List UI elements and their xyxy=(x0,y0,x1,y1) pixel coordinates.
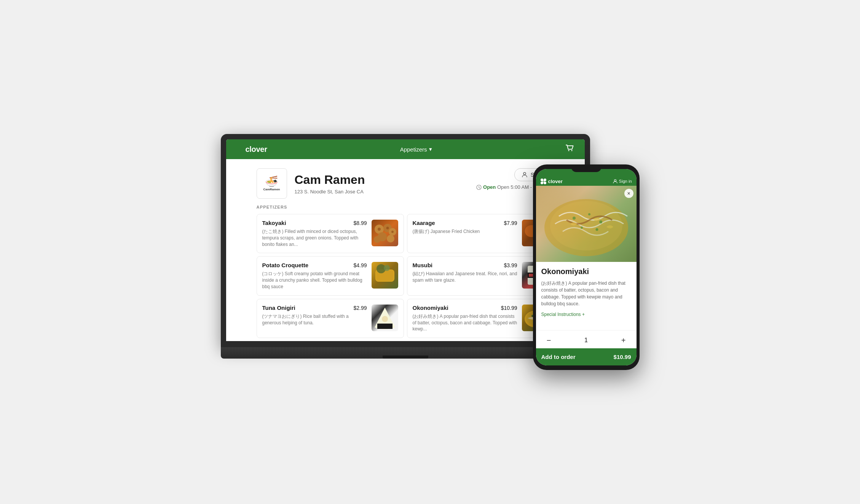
logo-text: clover xyxy=(246,145,267,154)
menu-item-okonomiyaki[interactable]: Okonomiyaki $10.99 (お好み焼き) A popular pan… xyxy=(407,299,554,338)
phone-qty-plus-btn[interactable]: + xyxy=(618,335,629,346)
leaf-3 xyxy=(235,150,239,153)
cart-icon[interactable] xyxy=(565,143,575,156)
menu-item-price: $7.99 xyxy=(504,220,517,226)
phone-special-instructions-link[interactable]: Special Instructions + xyxy=(541,312,631,317)
phone-clover-icon xyxy=(541,179,546,184)
menu-section-title: APPETIZERS xyxy=(257,205,554,209)
phone-add-label: Add to order xyxy=(541,354,576,360)
phone: clover Sign in xyxy=(533,164,640,370)
menu-item-desc: (ツナマヨおにぎり) Rice ball stuffed with a gene… xyxy=(262,313,367,326)
svg-rect-23 xyxy=(377,324,393,329)
menu-item-content: Okonomiyaki $10.99 (お好み焼き) A popular pan… xyxy=(413,305,517,332)
logo-area: clover xyxy=(235,145,267,154)
menu-item-takoyaki[interactable]: Takoyaki $8.99 (たこ焼き) Filled with minced… xyxy=(257,214,404,253)
app-header: clover Appetizers ▾ xyxy=(226,139,585,159)
svg-point-30 xyxy=(614,180,616,182)
phone-leaf-3 xyxy=(541,182,543,184)
phone-close-button[interactable]: × xyxy=(624,189,633,198)
svg-point-19 xyxy=(384,265,390,271)
phone-dish-name: Okonomiyaki xyxy=(541,267,631,276)
restaurant-logo: 🍜 CamRamen xyxy=(257,168,287,199)
phone-add-price: $10.99 xyxy=(614,354,631,360)
menu-item-content: Kaarage $7.99 (唐揚げ) Japanese Fried Chick… xyxy=(413,220,517,235)
phone-dish-detail: Okonomiyaki (お好み焼き) A popular pan-fried … xyxy=(536,262,637,327)
phone-leaf-1 xyxy=(541,179,543,181)
svg-point-12 xyxy=(391,231,394,233)
phone-qty-minus-btn[interactable]: − xyxy=(544,335,554,346)
menu-item-header: Okonomiyaki $10.99 xyxy=(413,305,517,311)
menu-item-name: Tuna Onigiri xyxy=(262,305,295,311)
menu-item-croquette[interactable]: Potato Croquette $4.99 (コロッケ) Soft cream… xyxy=(257,256,404,295)
phone-leaf-2 xyxy=(544,179,546,181)
phone-sign-in-btn[interactable]: Sign in xyxy=(613,179,632,183)
menu-item-desc: (結び) Hawaiian and Japanese treat. Rice, … xyxy=(413,271,517,284)
restaurant-bowl-icon: 🍜 xyxy=(265,176,278,187)
phone-add-to-order-button[interactable]: Add to order $10.99 xyxy=(536,348,637,365)
menu-item-desc: (コロッケ) Soft creamy potato with ground me… xyxy=(262,271,367,290)
plus-icon: + xyxy=(621,336,626,345)
menu-item-content: Musubi $3.99 (結び) Hawaiian and Japanese … xyxy=(413,262,517,284)
svg-point-1 xyxy=(571,150,573,151)
svg-point-33 xyxy=(573,217,576,220)
menu-item-musubi[interactable]: Musubi $3.99 (結び) Hawaiian and Japanese … xyxy=(407,256,554,295)
menu-item-kaarage[interactable]: Kaarage $7.99 (唐揚げ) Japanese Fried Chick… xyxy=(407,214,554,253)
svg-point-9 xyxy=(374,236,381,243)
phone-quantity-display: 1 xyxy=(584,337,588,344)
phone-screen: clover Sign in xyxy=(536,169,637,365)
menu-item-desc: (お好み焼き) A popular pan-fried dish that co… xyxy=(413,313,517,332)
menu-item-name: Kaarage xyxy=(413,220,435,226)
svg-point-34 xyxy=(588,213,590,215)
nav-appetizers[interactable]: Appetizers ▾ xyxy=(400,146,432,153)
svg-point-0 xyxy=(568,150,570,151)
leaf-1 xyxy=(235,146,239,149)
leaf-4 xyxy=(239,150,243,153)
menu-item-onigiri[interactable]: Tuna Onigiri $2.99 (ツナマヨおにぎり) Rice ball … xyxy=(257,299,404,338)
menu-item-price: $10.99 xyxy=(501,305,517,311)
menu-item-content: Tuna Onigiri $2.99 (ツナマヨおにぎり) Rice ball … xyxy=(262,305,367,326)
restaurant-header: 🍜 CamRamen Cam Ramen 123 S. Noodle St, S… xyxy=(226,159,585,199)
phone-food-image: × xyxy=(536,186,637,262)
menu-item-name: Potato Croquette xyxy=(262,262,309,268)
phone-dish-desc: (お好み焼き) A popular pan-fried dish that co… xyxy=(541,280,631,307)
menu-item-desc: (唐揚げ) Japanese Fried Chicken xyxy=(413,228,517,235)
menu-item-header: Musubi $3.99 xyxy=(413,262,517,268)
minus-icon: − xyxy=(547,336,551,345)
svg-point-11 xyxy=(386,227,389,230)
menu-item-name: Musubi xyxy=(413,262,433,268)
menu-item-header: Kaarage $7.99 xyxy=(413,220,517,226)
svg-point-37 xyxy=(595,228,598,231)
menu-item-header: Tuna Onigiri $2.99 xyxy=(262,305,367,311)
menu-section: APPETIZERS Takoyaki $8.99 (たこ焼き) Filled … xyxy=(226,199,585,338)
user-icon xyxy=(522,172,528,178)
phone-quantity-bar: − 1 + xyxy=(536,330,637,350)
phone-user-icon xyxy=(613,179,617,183)
noodle-decor xyxy=(536,186,637,262)
menu-item-price: $8.99 xyxy=(353,220,367,226)
leaf-2 xyxy=(239,146,243,149)
phone-leaf-4 xyxy=(544,182,546,184)
svg-point-24 xyxy=(382,316,388,322)
restaurant-left: 🍜 CamRamen Cam Ramen 123 S. Noodle St, S… xyxy=(257,168,365,199)
menu-grid: Takoyaki $8.99 (たこ焼き) Filled with minced… xyxy=(257,214,554,338)
menu-item-price: $3.99 xyxy=(504,262,517,268)
scene: clover Appetizers ▾ xyxy=(221,134,640,370)
menu-item-header: Takoyaki $8.99 xyxy=(262,220,367,226)
menu-item-image xyxy=(372,262,398,289)
restaurant-logo-text: CamRamen xyxy=(263,188,280,191)
menu-item-name: Okonomiyaki xyxy=(413,305,448,311)
nav-label: Appetizers xyxy=(400,146,427,153)
clover-logo-icon xyxy=(235,146,243,153)
menu-item-desc: (たこ焼き) Filled with minced or diced octop… xyxy=(262,228,367,247)
phone-sign-in-label: Sign in xyxy=(619,179,632,183)
close-icon: × xyxy=(627,190,630,196)
menu-item-name: Takoyaki xyxy=(262,220,286,226)
chevron-down-icon: ▾ xyxy=(429,146,432,153)
svg-point-35 xyxy=(599,220,602,223)
open-label: Open xyxy=(483,184,496,190)
menu-item-content: Potato Croquette $4.99 (コロッケ) Soft cream… xyxy=(262,262,367,290)
restaurant-name: Cam Ramen xyxy=(295,172,365,187)
restaurant-address: 123 S. Noodle St, San Jose CA xyxy=(295,189,365,195)
menu-item-price: $4.99 xyxy=(353,262,367,268)
svg-point-2 xyxy=(523,172,526,175)
